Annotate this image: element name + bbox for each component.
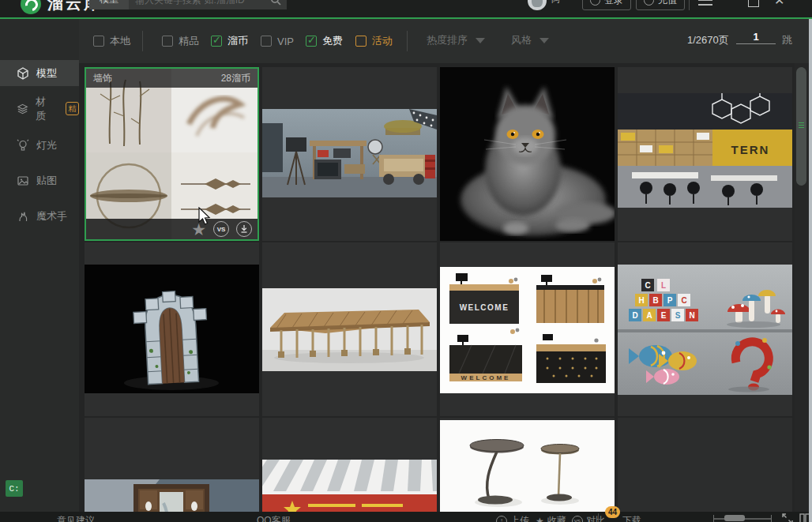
download-arrow-icon <box>240 225 248 233</box>
checkbox-label: 溜币 <box>227 34 248 48</box>
title-bar: 溜云库 模型 阿 登录 充值 ✕ <box>0 0 812 17</box>
sidebar-label: 灯光 <box>36 138 57 152</box>
scrollbar-track[interactable] <box>795 63 809 512</box>
checkbox-coin[interactable]: 溜币 <box>211 33 248 49</box>
sidebar-label: 材质 <box>36 95 55 123</box>
window-edge <box>809 19 812 522</box>
menu-icon[interactable] <box>698 0 712 9</box>
statusbar-divider <box>598 513 599 522</box>
card-price: 28溜币 <box>221 72 250 85</box>
model-card-reception[interactable]: WELCOME WELCOME <box>440 242 615 416</box>
scrollbar-thumb[interactable] <box>796 67 806 186</box>
model-card-vintage-scene[interactable] <box>262 67 437 241</box>
sidebar-item-textures[interactable]: 贴图 <box>0 167 79 193</box>
model-card-empty[interactable] <box>618 418 792 512</box>
model-card-pergola[interactable] <box>262 242 437 416</box>
sort-dropdown[interactable]: 热度排序 <box>427 33 485 47</box>
search-category-dropdown[interactable]: 模型 <box>89 0 129 9</box>
drive-badge: C: <box>6 480 23 497</box>
block-letter: B <box>652 296 658 305</box>
block-letter: D <box>632 311 637 320</box>
titlebar-divider <box>689 0 690 10</box>
model-card-culture-wall[interactable] <box>262 418 437 512</box>
page-info: 1/2670页 <box>687 33 729 47</box>
sidebar: 模型 材质 精 灯光 贴图 <box>0 19 79 512</box>
chevron-down-icon <box>539 38 549 43</box>
image-icon <box>17 175 29 187</box>
cabinet-photo <box>85 479 259 512</box>
slider-thumb[interactable] <box>724 515 745 521</box>
support-link[interactable]: QQ客服 <box>257 514 291 522</box>
page-jump-input[interactable] <box>736 30 776 44</box>
search-icon <box>270 0 281 6</box>
stone-arch-photo <box>85 265 259 393</box>
checkbox-local[interactable]: 本地 <box>93 33 130 49</box>
card-info-bar: 墙饰 28溜币 <box>86 69 258 88</box>
search-button[interactable] <box>264 0 287 9</box>
download-label: 下载 <box>622 514 641 522</box>
vintage-scene-photo <box>262 109 437 197</box>
coin-icon <box>644 0 654 6</box>
sidebar-item-materials[interactable]: 材质 精 <box>0 96 79 122</box>
fullscreen-icon[interactable] <box>782 513 793 522</box>
checkbox-label: VIP <box>277 36 294 47</box>
download-icon[interactable] <box>236 221 252 237</box>
block-letter: P <box>667 296 673 305</box>
upload-button[interactable]: ↑ 上传 <box>496 514 529 522</box>
checkbox-label: 活动 <box>372 34 393 48</box>
welcome-base-text: WELCOME <box>461 374 511 381</box>
accent-line <box>0 17 812 19</box>
checkbox-box-checked <box>211 36 222 47</box>
login-button[interactable]: 登录 <box>582 0 631 10</box>
model-card-cabinet[interactable] <box>85 418 259 512</box>
card-action-bar: ★ VS <box>86 219 258 239</box>
sidebar-item-magic-hand[interactable]: 魔术手 <box>0 203 79 229</box>
maximize-icon[interactable] <box>748 0 759 7</box>
feedback-link[interactable]: 意见建议 <box>57 514 95 522</box>
close-icon[interactable]: ✕ <box>774 0 784 7</box>
sidebar-item-models[interactable]: 模型 <box>0 60 79 86</box>
layers-icon <box>17 103 28 115</box>
checkbox-box <box>355 36 367 47</box>
sidebar-item-lights[interactable]: 灯光 <box>0 132 79 158</box>
compare-label: 对比 <box>586 514 605 522</box>
download-button[interactable]: 下载 <box>622 514 641 522</box>
recharge-button[interactable]: 充值 <box>636 0 685 10</box>
recharge-label: 充值 <box>658 0 677 7</box>
download-count-badge: 44 <box>605 506 620 518</box>
model-card-kids-decor[interactable]: C L H B P C D A E S N <box>618 242 792 416</box>
model-card-side-tables[interactable] <box>440 418 615 512</box>
toolbar-divider <box>407 31 408 51</box>
checkbox-box-checked <box>306 36 317 47</box>
app-logo-icon <box>21 0 41 14</box>
checkbox-event[interactable]: 活动 <box>355 33 393 49</box>
side-tables-photo <box>440 420 615 512</box>
checkbox-label: 精品 <box>179 34 199 48</box>
office-photo: TERN <box>618 93 792 208</box>
slider-min-tick <box>713 515 714 522</box>
checkbox-free[interactable]: 免费 <box>306 33 343 49</box>
sort-label: 热度排序 <box>427 33 468 47</box>
search-input[interactable] <box>129 0 264 9</box>
upload-label: 上传 <box>510 514 529 522</box>
office-wall-text: TERN <box>731 143 770 156</box>
favorites-button[interactable]: ★ 收藏 <box>536 514 566 522</box>
model-card-cat[interactable] <box>440 67 615 241</box>
page-jump-button[interactable]: 跳 <box>782 33 792 47</box>
login-label: 登录 <box>604 0 623 7</box>
premium-badge: 精 <box>66 102 79 115</box>
model-card-stone-arch[interactable] <box>85 242 259 416</box>
block-letter: E <box>661 311 667 320</box>
model-card-wall-decor[interactable]: 墙饰 28溜币 ★ VS <box>85 67 259 241</box>
model-card-office[interactable]: TERN <box>618 67 792 241</box>
star-icon: ★ <box>536 516 544 522</box>
checkbox-boutique[interactable]: 精品 <box>162 33 199 49</box>
user-avatar[interactable] <box>528 0 547 10</box>
compare-vs-icon[interactable]: VS <box>213 221 229 237</box>
toolbar-divider <box>142 31 143 51</box>
checkbox-box <box>162 36 173 47</box>
welcome-sign-text: WELCOME <box>460 303 509 312</box>
style-dropdown[interactable]: 风格 <box>511 33 549 47</box>
compare-button[interactable]: vs 对比 <box>572 514 605 522</box>
checkbox-vip[interactable]: VIP <box>261 33 294 49</box>
